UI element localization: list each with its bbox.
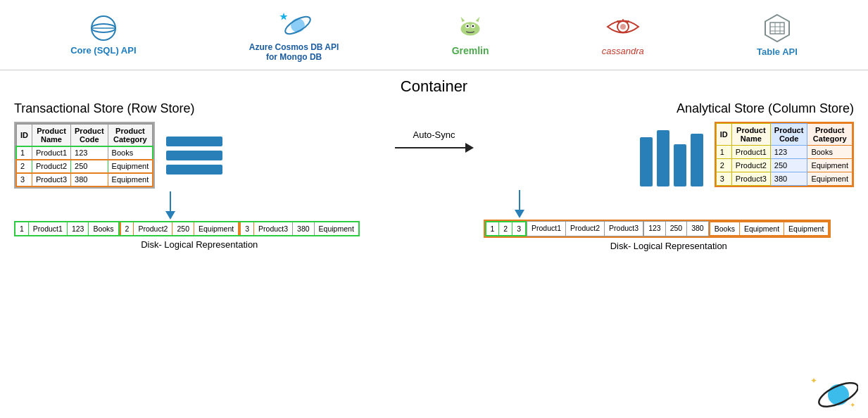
nav-item-table[interactable]: Table API [757,13,798,57]
svg-point-6 [461,22,480,35]
down-shaft-left [170,191,171,211]
cassandra-label: cassandra [602,46,644,56]
auto-sync-arrow: Auto-Sync [392,129,477,153]
crow1-id: 1 [716,146,731,159]
crow1-cat: Books [807,146,853,159]
rdisk-id3: 3 [512,222,525,235]
rdisk-cat3: Equipment [784,222,828,235]
gremlin-icon [453,14,488,42]
analytical-store-inner: ID ProductName ProductCode ProductCatego… [484,122,855,187]
disk-cell-1: 1 [15,222,29,235]
row2-code: 250 [71,160,108,173]
right-down-arrow [515,190,524,218]
row2-name: Product2 [32,160,71,173]
rdisk-n1: Product1 [527,222,566,236]
left-disk-section: 1 Product1 123 Books 2 Product2 250 Equi… [14,221,385,250]
th-id: ID [16,124,32,146]
bar-v-2 [657,130,669,186]
disk-cell-equip2: Equipment [315,222,358,235]
down-head-right [515,210,524,218]
svg-marker-11 [461,16,465,22]
svg-point-26 [828,384,849,405]
nav-item-sql[interactable]: Core (SQL) API [70,14,136,56]
nav-item-cosmos[interactable]: Azure Cosmos DB APIfor Mongo DB [249,8,339,62]
disk-cell-p3: Product3 [254,222,293,235]
top-navigation: Core (SQL) API Azure Cosmos DB APIfor Mo… [0,0,868,70]
nav-item-gremlin[interactable]: Gremlin [452,14,489,56]
disk-cat-group: Books Equipment Equipment [709,221,830,236]
transactional-store-inner: ID ProductName ProductCode ProductCatego… [14,122,385,189]
rdisk-n3: Product3 [605,222,643,236]
row1-id: 1 [16,146,32,160]
analytical-store-title: Analytical Store (Column Store) [484,101,855,116]
gremlin-label: Gremlin [452,45,489,56]
main-content: Container Transactional Store (Row Store… [0,70,868,418]
disk-cell-2: 2 [120,222,134,235]
disk-name-group: Product1 Product2 Product3 [527,221,643,236]
bar-h-1 [166,137,222,146]
down-head-left [165,211,175,220]
arrow-line [395,143,474,153]
row2-id: 2 [16,160,32,173]
horizontal-bars [166,137,222,175]
bar-h-3 [166,165,222,175]
sql-icon [89,14,118,42]
disk-cell-380: 380 [293,222,315,235]
svg-point-8 [467,25,469,27]
transactional-store-title: Transactional Store (Row Store) [14,101,385,116]
row1-cat: Books [108,146,153,160]
container-title: Container [14,77,854,96]
sql-label: Core (SQL) API [70,45,136,56]
disk-id-group: 1 2 3 [485,221,527,236]
disk-cell-p2: Product2 [134,222,172,235]
svg-text:✦: ✦ [810,376,817,386]
right-disk-row: 1 2 3 Product1 Product2 Product3 123 250 [484,220,831,238]
nav-item-cassandra[interactable]: cassandra [602,13,644,56]
row1-name: Product1 [32,146,71,160]
cassandra-icon [605,13,641,43]
vertical-bars [640,123,703,186]
crow2-code: 250 [770,159,807,172]
crow3-id: 3 [716,172,731,186]
svg-marker-18 [765,15,789,42]
bar-h-2 [166,151,222,160]
col-store-table-wrapper: ID ProductName ProductCode ProductCatego… [715,122,854,187]
cosmos-icon [277,8,312,39]
right-disk-section: 1 2 3 Product1 Product2 Product3 123 250 [484,220,855,251]
row3-name: Product3 [32,173,71,187]
table-icon [762,13,793,44]
arrow-shaft [395,147,465,148]
row-store-table: ID ProductName ProductCode ProductCatego… [15,123,153,187]
disk-cell-books: Books [89,222,119,235]
crow3-name: Product3 [731,172,770,186]
row2-cat: Equipment [108,160,153,173]
rdisk-c2: 250 [666,222,688,236]
transactional-store: Transactional Store (Row Store) ID Produ… [14,101,385,250]
rdisk-c3: 380 [687,222,708,236]
disk-cell-250: 250 [172,222,194,235]
disk-cell-123: 123 [68,222,89,235]
crow2-id: 2 [716,159,731,172]
crow1-name: Product1 [731,146,770,159]
left-disk-label: Disk- Logical Representation [14,239,385,250]
crow1-code: 123 [770,146,807,159]
rdisk-cat2: Equipment [740,222,784,235]
bar-v-3 [674,144,686,186]
svg-marker-5 [279,13,287,20]
disk-cell-p1: Product1 [29,222,68,235]
stores-wrapper: Transactional Store (Row Store) ID Produ… [14,101,854,251]
table-label: Table API [757,46,798,57]
crow2-name: Product2 [731,159,770,172]
crow2-cat: Equipment [807,159,853,172]
left-down-arrow-wrap [165,189,385,220]
row3-id: 3 [16,173,32,187]
svg-marker-12 [476,16,480,22]
rdisk-n2: Product2 [566,222,605,236]
cosmos-planet-logo: ✦ ✦ [809,374,858,415]
right-disk-label: Disk- Logical Representation [484,241,855,251]
disk-cell-3: 3 [239,222,254,235]
row-store-table-wrapper: ID ProductName ProductCode ProductCatego… [14,122,155,189]
cosmos-label: Azure Cosmos DB APIfor Mongo DB [249,42,339,62]
disk-code-group: 123 250 380 [643,221,709,236]
th-product-code: ProductCode [71,124,108,146]
